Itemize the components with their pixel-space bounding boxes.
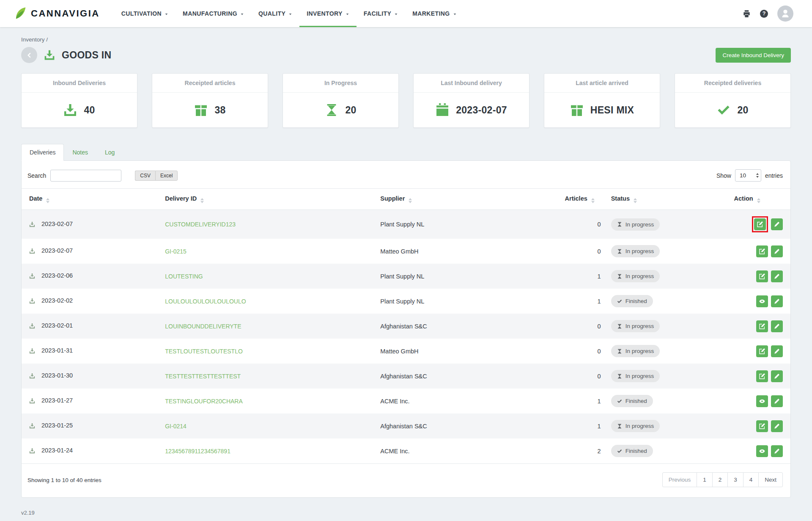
nav-item-facility[interactable]: FACILITY <box>357 0 405 27</box>
stat-value: 40 <box>84 105 95 116</box>
delivery-id-link[interactable]: GI-0214 <box>165 423 187 430</box>
pencil-button[interactable] <box>771 420 783 432</box>
delivery-id-link[interactable]: 12345678911234567891 <box>165 448 230 455</box>
sort-icon[interactable] <box>634 198 637 203</box>
entries-per-page-input[interactable]: 10 <box>735 169 761 182</box>
nav-item-inventory[interactable]: INVENTORY <box>299 0 357 27</box>
delivery-id-link[interactable]: GI-0215 <box>165 248 187 255</box>
create-inbound-delivery-button[interactable]: Create Inbound Delivery <box>716 48 791 63</box>
column-label: Supplier <box>380 195 405 202</box>
edit-button[interactable] <box>756 270 768 282</box>
articles-cell: 1 <box>560 389 606 413</box>
delivery-id-link[interactable]: LOUINBOUNDDELIVERYTE <box>165 323 241 330</box>
entries-per-page-value: 10 <box>740 172 746 179</box>
breadcrumb[interactable]: Inventory / <box>21 27 48 47</box>
back-button[interactable] <box>21 47 37 63</box>
view-button[interactable] <box>756 295 768 307</box>
tab-notes[interactable]: Notes <box>64 144 96 161</box>
edit-button[interactable] <box>754 218 766 230</box>
hourglass-icon <box>325 103 338 117</box>
column-header-delivery-id[interactable]: Delivery ID <box>160 189 375 210</box>
delivery-id-link[interactable]: TESTINGLOUFOR20CHARA <box>165 398 243 405</box>
page-button-2[interactable]: 2 <box>712 472 728 487</box>
sort-icon[interactable] <box>757 198 760 203</box>
delivery-id-link[interactable]: TESTLOUTESTLOUTESTLO <box>165 348 243 355</box>
status-label: In progress <box>625 323 654 329</box>
nav-item-cultivation[interactable]: CULTIVATION <box>114 0 176 27</box>
delivery-id-link[interactable]: LOULOULOULOULOULOULO <box>165 298 246 305</box>
pencil-button[interactable] <box>771 245 783 257</box>
delivery-date: 2023-01-30 <box>41 372 73 379</box>
edit-square-icon <box>759 323 765 329</box>
tab-deliveries[interactable]: Deliveries <box>21 144 64 161</box>
sort-icon[interactable] <box>46 198 49 203</box>
pencil-button[interactable] <box>771 370 783 382</box>
delivery-date-cell: 2023-01-25 <box>22 413 160 438</box>
tab-log[interactable]: Log <box>96 144 123 161</box>
sort-icon[interactable] <box>409 198 412 203</box>
page-button-3[interactable]: 3 <box>727 472 743 487</box>
page-button-1[interactable]: 1 <box>697 472 713 487</box>
hourglass-icon <box>617 222 622 227</box>
person-icon <box>781 9 790 18</box>
articles-cell: 0 <box>560 314 606 339</box>
print-button[interactable] <box>743 10 751 18</box>
delivery-id-cell: LOUTESTING <box>160 264 375 289</box>
delivery-id-link[interactable]: LOUTESTING <box>165 273 203 280</box>
delivery-date: 2023-02-01 <box>41 322 73 329</box>
page-button-4[interactable]: 4 <box>743 472 759 487</box>
delivery-id-link[interactable]: CUSTOMDELIVERYID123 <box>165 221 236 228</box>
pencil-button[interactable] <box>771 320 783 332</box>
view-button[interactable] <box>756 445 768 457</box>
column-header-status[interactable]: Status <box>606 189 729 210</box>
goods-in-icon <box>29 423 35 430</box>
nav-item-marketing[interactable]: MARKETING <box>405 0 464 27</box>
status-badge: Finished <box>611 295 653 307</box>
sort-icon[interactable] <box>591 198 595 203</box>
pencil-button[interactable] <box>771 445 783 457</box>
edit-button[interactable] <box>756 420 768 432</box>
status-badge: Finished <box>611 395 653 407</box>
pencil-button[interactable] <box>771 295 783 307</box>
pencil-button[interactable] <box>771 345 783 357</box>
page-button-next[interactable]: Next <box>758 472 783 487</box>
excel-export-button[interactable]: Excel <box>155 171 178 181</box>
download-icon <box>29 423 35 429</box>
status-badge: Finished <box>611 445 653 457</box>
column-header-action[interactable]: Action <box>729 189 790 210</box>
spinner-arrows-icon[interactable] <box>756 173 759 178</box>
nav-item-manufacturing[interactable]: MANUFACTURING <box>176 0 251 27</box>
delivery-id-link[interactable]: TESTTESTTESTTESTTEST <box>165 373 241 380</box>
chevron-down-icon <box>288 12 292 16</box>
action-cell <box>729 339 790 364</box>
status-label: In progress <box>625 373 654 379</box>
status-label: In progress <box>625 248 654 254</box>
supplier-cell: Matteo GmbH <box>375 339 560 364</box>
pencil-button[interactable] <box>771 218 783 230</box>
help-button[interactable]: ? <box>760 10 768 18</box>
edit-button[interactable] <box>756 370 768 382</box>
delivery-date: 2023-02-02 <box>41 297 73 304</box>
user-avatar[interactable] <box>777 6 793 22</box>
nav-item-quality[interactable]: QUALITY <box>251 0 299 27</box>
entries-summary: Showing 1 to 10 of 40 entries <box>27 477 102 487</box>
column-header-supplier[interactable]: Supplier <box>375 189 560 210</box>
sort-icon[interactable] <box>200 198 204 203</box>
view-button[interactable] <box>756 395 768 407</box>
nav-item-label: MARKETING <box>412 10 450 17</box>
edit-button[interactable] <box>756 320 768 332</box>
brand-logo[interactable]: CANNAVIGIA <box>13 0 100 27</box>
entries-label: entries <box>765 172 783 179</box>
pencil-button[interactable] <box>771 270 783 282</box>
page-button-previous[interactable]: Previous <box>662 472 697 487</box>
column-header-articles[interactable]: Articles <box>560 189 606 210</box>
table-row: 2023-02-02LOULOULOULOULOULOULOPlant Supp… <box>22 289 790 314</box>
search-input[interactable] <box>50 170 121 182</box>
supplier-cell: Afghanistan S&C <box>375 364 560 389</box>
edit-button[interactable] <box>756 345 768 357</box>
edit-button[interactable] <box>756 245 768 257</box>
column-header-date[interactable]: Date <box>22 189 160 210</box>
csv-export-button[interactable]: CSV <box>135 171 155 181</box>
pencil-button[interactable] <box>771 395 783 407</box>
chevron-left-icon <box>26 52 33 58</box>
